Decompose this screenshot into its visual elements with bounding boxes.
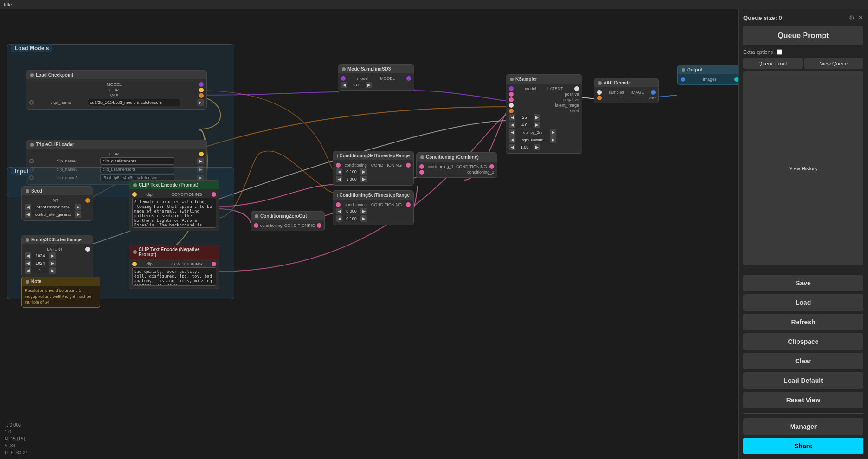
port-cond-zero-out[interactable] xyxy=(317,223,321,228)
btn-steps-next[interactable]: ▶ xyxy=(534,114,540,121)
canvas: Load Models Load Checkpoint MODEL CLIP xyxy=(0,9,738,459)
port-clip-out[interactable] xyxy=(199,88,204,92)
port-vae-samples-in[interactable] xyxy=(597,90,602,95)
ksampler-row-pos: positive xyxy=(509,92,579,97)
input-ckpt-name[interactable] xyxy=(88,99,180,106)
port-clip1-in[interactable] xyxy=(29,159,34,163)
btn-height-next[interactable]: ▶ xyxy=(49,260,56,266)
extra-options-checkbox[interactable] xyxy=(777,49,782,55)
btn-height-prev[interactable]: ◀ xyxy=(25,260,31,266)
port-output-right[interactable] xyxy=(734,77,738,82)
port-cond-r2-out[interactable] xyxy=(406,202,411,207)
input-clip1[interactable] xyxy=(100,157,174,165)
btn-start2-prev[interactable]: ◀ xyxy=(336,208,342,214)
queue-front-button[interactable]: Queue Front xyxy=(743,58,803,69)
label-model-out: MODEL xyxy=(107,82,122,87)
btn-sampler-next[interactable]: ▶ xyxy=(550,129,556,136)
btn-cfg-prev[interactable]: ◀ xyxy=(509,122,515,128)
btn-ckpt-next[interactable]: ▶ xyxy=(197,99,204,106)
port-cond-r1-out[interactable] xyxy=(406,163,411,168)
port-cond-zero-in[interactable] xyxy=(254,223,258,228)
btn-shift-next[interactable]: ▶ xyxy=(366,82,372,88)
port-cond-r1-in[interactable] xyxy=(336,163,341,168)
btn-denoise-next[interactable]: ▶ xyxy=(534,144,540,150)
btn-clip1-next[interactable]: ▶ xyxy=(197,158,204,164)
port-clip-in-neg[interactable] xyxy=(132,262,137,266)
scheduler-stepper: ◀ sgm_uniform ▶ xyxy=(509,136,579,143)
btn-sched-prev[interactable]: ◀ xyxy=(509,136,515,143)
refresh-button[interactable]: Refresh xyxy=(743,314,863,330)
port-model-out[interactable] xyxy=(199,82,204,87)
port-vae-out[interactable] xyxy=(199,93,204,98)
btn-steps-prev[interactable]: ◀ xyxy=(509,114,515,121)
port-clip-in-pos[interactable] xyxy=(132,192,137,197)
port-latent-out[interactable] xyxy=(85,247,90,252)
btn-sched-next[interactable]: ▶ xyxy=(550,136,556,143)
port-model-in[interactable] xyxy=(341,76,346,81)
btn-end1-prev[interactable]: ◀ xyxy=(336,176,342,182)
btn-width-prev[interactable]: ◀ xyxy=(25,252,31,259)
port-ks-latent-in[interactable] xyxy=(509,103,514,108)
port-cond-c2-in[interactable] xyxy=(419,170,424,175)
btn-ctrl-next[interactable]: ▶ xyxy=(75,211,81,218)
node-row-clip-out2: CLIP xyxy=(29,152,204,156)
btn-width-next[interactable]: ▶ xyxy=(49,252,56,259)
btn-cfg-next[interactable]: ▶ xyxy=(534,122,540,128)
port-ks-neg-in[interactable] xyxy=(509,97,514,102)
port-cond-r2-in[interactable] xyxy=(336,202,341,207)
queue-prompt-button[interactable]: Queue Prompt xyxy=(743,26,863,45)
port-output-img-in[interactable] xyxy=(681,77,685,82)
share-button[interactable]: Share xyxy=(743,438,863,454)
port-cond-pos-out[interactable] xyxy=(212,192,216,197)
port-cond-c-out[interactable] xyxy=(489,164,494,169)
node-clip-encode-neg: CLIP Text Encode (Negative Prompt) clip … xyxy=(129,245,219,289)
clear-button[interactable]: Clear xyxy=(743,353,863,369)
port-ks-seed-in[interactable] xyxy=(509,109,514,113)
port-model-out2[interactable] xyxy=(406,76,411,81)
reset-view-button[interactable]: Reset View xyxy=(743,392,863,408)
textarea-pos-prompt[interactable]: A female character with long, flowing ha… xyxy=(132,198,216,228)
btn-shift-prev[interactable]: ◀ xyxy=(341,82,347,88)
node-row-cond-zero: conditioning CONDITIONING xyxy=(254,223,321,228)
manager-button[interactable]: Manager xyxy=(743,418,863,435)
btn-ctrl-prev[interactable]: ◀ xyxy=(25,211,31,218)
btn-end1-next[interactable]: ▶ xyxy=(360,176,367,182)
save-button[interactable]: Save xyxy=(743,275,863,291)
clipspace-button[interactable]: Clipspace xyxy=(743,333,863,350)
port-cond-c1-in[interactable] xyxy=(419,164,424,169)
node-triple-clip-header: TripleCLIPLoader xyxy=(26,140,206,149)
port-ks-model-in[interactable] xyxy=(509,86,514,91)
node-clip-neg-body: clip CONDITIONING bad quality, poor qual… xyxy=(129,259,219,289)
btn-seed-prev[interactable]: ◀ xyxy=(25,204,31,210)
textarea-neg-prompt[interactable]: bad quality, poor quality, doll, disfigu… xyxy=(132,267,216,286)
port-ks-latent-out[interactable] xyxy=(574,86,579,91)
btn-end2-prev[interactable]: ◀ xyxy=(336,215,342,222)
btn-start1-next[interactable]: ▶ xyxy=(360,168,367,175)
load-default-button[interactable]: Load Default xyxy=(743,372,863,389)
port-ckpt-in[interactable] xyxy=(29,100,34,105)
title-text: Idle xyxy=(4,2,12,7)
divider2 xyxy=(743,413,863,414)
queue-icons: ⚙ ✕ xyxy=(849,14,863,21)
btn-seed-next[interactable]: ▶ xyxy=(75,204,81,210)
load-button[interactable]: Load xyxy=(743,294,863,311)
btn-batch-prev[interactable]: ◀ xyxy=(25,267,31,274)
port-cond-neg-out[interactable] xyxy=(212,262,216,266)
btn-denoise-prev[interactable]: ◀ xyxy=(509,144,515,150)
btn-sampler-prev[interactable]: ◀ xyxy=(509,129,515,136)
settings-icon[interactable]: ⚙ xyxy=(849,14,855,21)
port-ks-pos-in[interactable] xyxy=(509,92,514,97)
label-cond-zero-out: CONDITIONING xyxy=(284,223,315,228)
port-vae-vae-in[interactable] xyxy=(597,96,602,100)
btn-start1-prev[interactable]: ◀ xyxy=(336,168,342,175)
btn-start2-next[interactable]: ▶ xyxy=(360,208,367,214)
btn-batch-next[interactable]: ▶ xyxy=(49,267,56,274)
port-vae-image-out[interactable] xyxy=(651,90,656,95)
port-triple-clip-out[interactable] xyxy=(199,152,204,156)
btn-end2-next[interactable]: ▶ xyxy=(360,215,367,222)
port-seed-out[interactable] xyxy=(85,198,90,203)
view-queue-button[interactable]: View Queue xyxy=(804,58,864,69)
close-icon[interactable]: ✕ xyxy=(858,14,863,21)
view-history-button[interactable]: View History xyxy=(743,71,863,265)
end1-val: 1.000 xyxy=(343,176,360,182)
